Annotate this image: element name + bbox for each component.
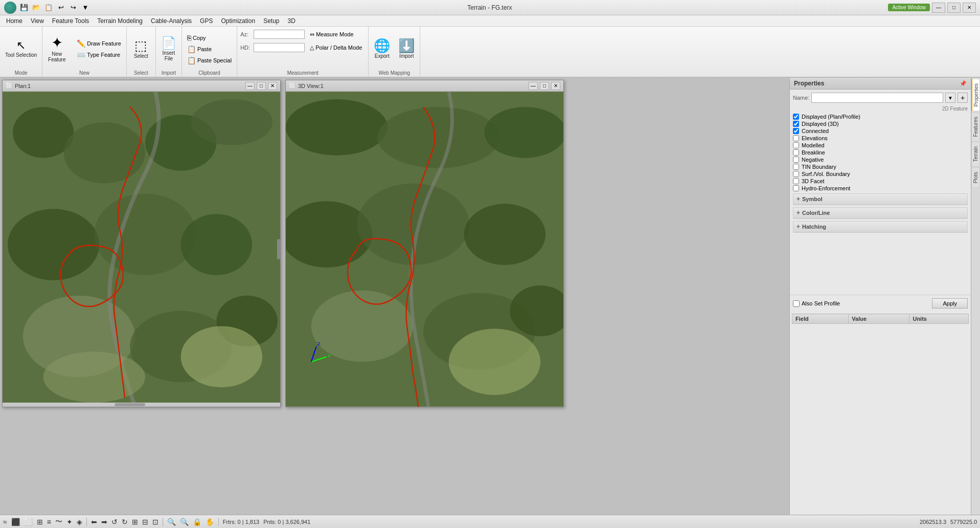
name-add-button[interactable]: + [958,93,968,103]
side-tabs: Properties Features Terrain Plots [971,78,980,515]
side-tab-plots[interactable]: Plots [971,167,980,188]
qat-save[interactable]: 💾 [18,2,30,13]
menu-feature-tools[interactable]: Feature Tools [48,16,94,26]
cb-negative-input[interactable] [793,157,799,163]
status-icon-ortho[interactable]: ⬜ [24,518,33,526]
menu-cable-analysis[interactable]: Cable-Analysis [147,16,196,26]
draw-feature-button[interactable]: ✏️ Draw Feature [75,38,123,49]
paste-button[interactable]: 📋 Paste [185,44,234,54]
cb-displayed-plan-profile-input[interactable] [793,114,799,120]
name-dropdown[interactable]: ▼ [945,93,955,103]
name-input[interactable] [811,93,943,103]
menu-gps[interactable]: GPS [196,16,217,26]
zoom-in[interactable]: 🔍 [167,518,176,526]
zoom-out[interactable]: 🔍 [180,518,189,526]
menu-home[interactable]: Home [2,16,27,26]
3d-minimize[interactable]: — [529,82,538,90]
nav-remove[interactable]: ⊟ [142,518,148,526]
plan-close[interactable]: ✕ [268,82,277,90]
nav-undo[interactable]: ↺ [111,518,118,526]
main-area: ⬜ Plan:1 — □ ✕ [0,78,980,515]
menu-3d[interactable]: 3D [283,16,299,26]
status-icon-table[interactable]: ⊞ [37,518,43,526]
color-line-header[interactable]: + Color/Line [793,208,967,218]
menu-optimization[interactable]: Optimization [217,16,259,26]
menu-view[interactable]: View [27,16,48,26]
3d-close[interactable]: ✕ [551,82,560,90]
paste-icon: 📋 [187,45,196,53]
qat-more[interactable]: ▼ [80,2,91,13]
select-button[interactable]: ⬚ Select [130,38,152,60]
measure-mode-button[interactable]: ⇔ Measure Mode [307,30,356,39]
cb-displayed-3d-input[interactable] [793,121,799,127]
tool-selection-button[interactable]: ↖ Tool Selection [3,39,39,59]
nav-add[interactable]: ⊞ [132,518,138,526]
maximize-button[interactable]: □ [947,3,961,13]
pan-lock[interactable]: 🔒 [193,518,201,526]
cb-elevations-input[interactable] [793,135,799,141]
pan-hand[interactable]: ✋ [206,518,214,526]
status-icon-layers[interactable]: ◈ [77,518,82,526]
plan-minimize[interactable]: — [245,82,255,90]
cb-breakline-input[interactable] [793,149,799,156]
side-tab-features[interactable]: Features [971,112,980,141]
cb-tin-boundary-input[interactable] [793,164,799,170]
az-input[interactable] [254,30,305,39]
cb-surf-vol-input[interactable] [793,171,799,177]
import-icon: ⬇️ [398,39,415,52]
nav-redo[interactable]: ↻ [122,518,128,526]
nav-prev[interactable]: ⬅ [91,518,97,526]
status-icon-snap[interactable]: ≈ [3,518,7,526]
menu-setup[interactable]: Setup [259,16,283,26]
copy-button[interactable]: ⎘ Copy [185,33,234,43]
symbol-header[interactable]: + Symbol [793,194,967,205]
status-icon-wave[interactable]: 〜 [55,517,62,526]
coord-x: 2062513.3 [920,519,946,525]
properties-pin[interactable]: 📌 [960,80,967,87]
3d-restore[interactable]: □ [540,82,549,90]
side-tab-properties[interactable]: Properties [971,79,980,112]
also-set-profile-checkbox[interactable] [793,300,800,307]
menu-terrain-modeling[interactable]: Terrain Modeling [93,16,147,26]
apply-button[interactable]: Apply [932,298,968,309]
ribbon-group-new: ✦ NewFeature ✏️ Draw Feature ⌨️ Type Fea… [42,27,127,77]
cb-3d-facet-input[interactable] [793,178,799,184]
paste-special-button[interactable]: 📋 Paste Special [185,55,234,65]
qat-open[interactable]: 📂 [31,2,42,13]
minimize-button[interactable]: — [932,3,945,13]
hd-input[interactable] [254,43,305,52]
status-icon-lines[interactable]: ≡ [47,518,51,526]
side-tab-terrain[interactable]: Terrain [971,142,980,167]
cb-modelled-input[interactable] [793,142,799,148]
ribbon-group-clipboard: ⎘ Copy 📋 Paste 📋 Paste Special Clipboard [182,27,237,77]
close-button[interactable]: ✕ [963,3,976,13]
hatching-label: Hatching [802,224,826,230]
cb-connected-input[interactable] [793,128,799,134]
cb-hydro-input[interactable] [793,185,799,191]
export-button[interactable]: 🌐 Export [372,38,392,60]
type-feature-button[interactable]: ⌨️ Type Feature [75,50,123,60]
qat-undo[interactable]: ↩ [55,2,66,13]
symbol-section: + Symbol [793,193,968,205]
status-icon-star[interactable]: ✦ [66,518,73,526]
active-badge: Active Window [888,4,930,11]
plan-restore[interactable]: □ [257,82,266,90]
plan-splitter[interactable] [277,239,280,259]
nav-grid[interactable]: ⊡ [152,518,158,526]
status-icon-grid[interactable]: ⬛ [11,518,20,526]
import-label: Import [399,53,414,59]
nav-next[interactable]: ➡ [101,518,107,526]
plan-content[interactable] [3,92,280,407]
qat-saveas[interactable]: 📋 [43,2,54,13]
insert-file-button[interactable]: 📄 InsertFile [159,36,178,62]
polar-delta-button[interactable]: △ Polar / Delta Mode [307,43,365,52]
hatching-expand-icon: + [796,223,800,230]
3d-content[interactable]: Y Z [286,92,563,407]
hatching-header[interactable]: + Hatching [793,222,967,232]
ribbon-group-import: 📄 InsertFile Import [156,27,182,77]
svg-text:Y: Y [328,353,331,359]
import-button[interactable]: ⬇️ Import [396,38,417,60]
new-feature-button[interactable]: ✦ NewFeature [45,35,68,63]
cb-breakline: Breakline [793,149,968,156]
qat-redo[interactable]: ↪ [67,2,79,13]
